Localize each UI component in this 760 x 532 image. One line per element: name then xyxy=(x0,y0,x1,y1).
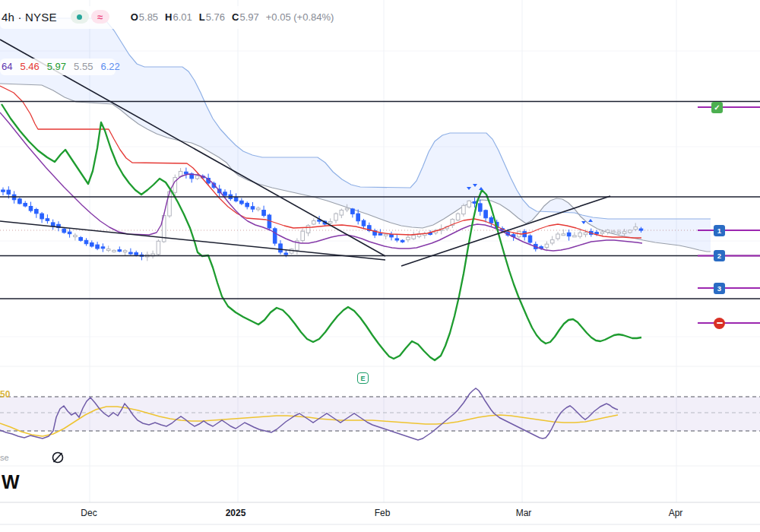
hidden-indicator-label: se xyxy=(0,453,9,462)
green-ma-line xyxy=(2,104,641,360)
time-axis-label[interactable]: Mar xyxy=(516,508,532,518)
time-axis-label[interactable]: Feb xyxy=(375,508,391,518)
eye-slash-icon[interactable] xyxy=(49,449,67,466)
indicator-values-legend[interactable]: 64 5.46 5.97 5.55 6.22 xyxy=(2,61,120,72)
time-axis-label[interactable]: 2025 xyxy=(226,508,246,518)
close-label: C xyxy=(232,11,239,23)
high-label: H xyxy=(165,11,172,23)
down-arrow-icon xyxy=(581,221,586,224)
pane-separators xyxy=(0,366,760,524)
time-axis-label[interactable]: Dec xyxy=(81,508,97,518)
price-lines xyxy=(698,107,760,323)
open-value: 5.85 xyxy=(139,11,158,23)
ohlc-high: H6.01 xyxy=(165,11,192,23)
earnings-marker-badge[interactable]: E xyxy=(357,372,369,384)
price-line-badge-2[interactable]: 2 xyxy=(714,250,725,261)
rsi-panel xyxy=(0,388,760,440)
open-label: O xyxy=(131,11,138,23)
indicator-value: 5.46 xyxy=(20,61,39,72)
watermark-label: W xyxy=(2,471,20,493)
change-value: +0.05 (+0.84%) xyxy=(266,11,334,23)
price-line-badge-3[interactable]: 3 xyxy=(714,283,725,294)
symbol-legend: 4h · NYSE ≈ O5.85 H6.01 L5.76 C5.97 +0.0… xyxy=(2,10,334,24)
ohlc-readout: O5.85 H6.01 L5.76 C5.97 +0.05 (+0.84%) xyxy=(131,11,334,23)
ohlc-close: C5.97 xyxy=(232,11,259,23)
ohlc-open: O5.85 xyxy=(131,11,158,23)
rsi-left-value: 50 xyxy=(0,389,10,400)
close-value: 5.97 xyxy=(239,11,258,23)
chart-canvas[interactable] xyxy=(0,0,760,532)
symbol-timeframe-label[interactable]: 4h · NYSE xyxy=(2,11,57,24)
ohlc-low: L5.76 xyxy=(199,11,225,23)
market-status-dot-icon xyxy=(77,14,82,20)
trading-chart-window: 4h · NYSE ≈ O5.85 H6.01 L5.76 C5.97 +0.0… xyxy=(0,0,760,532)
time-axis-label[interactable]: Apr xyxy=(669,508,683,518)
no-entry-icon xyxy=(717,322,723,325)
price-line-badge-1[interactable]: 1 xyxy=(714,225,725,236)
overlay-lines xyxy=(0,86,642,360)
low-label: L xyxy=(199,11,205,23)
indicator-value: 5.55 xyxy=(74,61,93,72)
indicator-value: 6.22 xyxy=(100,61,119,72)
low-value: 5.76 xyxy=(206,11,225,23)
alert-check-badge[interactable]: ✓ xyxy=(711,102,723,113)
indicator-value: 64 xyxy=(2,61,12,72)
high-value: 6.01 xyxy=(173,11,192,23)
indicator-value: 5.97 xyxy=(47,61,66,72)
delayed-data-badge[interactable]: ≈ xyxy=(91,10,109,24)
stop-line-badge[interactable] xyxy=(714,318,725,329)
market-status-badge[interactable] xyxy=(71,10,89,24)
approx-icon: ≈ xyxy=(97,11,103,23)
status-pills: ≈ xyxy=(71,10,109,24)
